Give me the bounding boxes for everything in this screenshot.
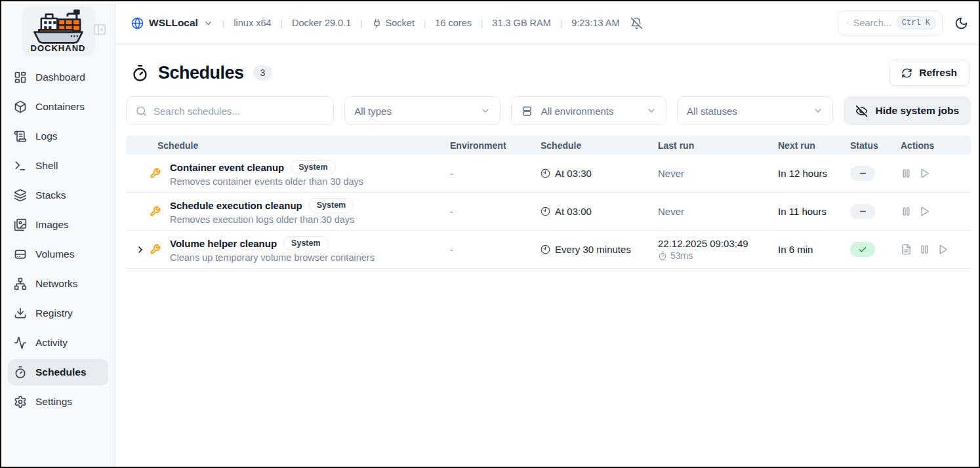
sidebar-item-images[interactable]: Images — [8, 212, 108, 238]
filter-bar: Search schedules... All types All enviro… — [126, 95, 971, 136]
search-shortcut-badge: Ctrl K — [897, 16, 935, 29]
page-header: Schedules 3 Refresh — [126, 54, 971, 95]
dark-mode-toggle[interactable] — [954, 16, 968, 30]
gear-icon — [14, 395, 27, 408]
search-icon — [136, 106, 147, 117]
header-actions: Actions — [901, 140, 971, 151]
sidebar-item-containers[interactable]: Containers — [8, 94, 108, 120]
next-run-cell: In 6 min — [778, 244, 813, 255]
type-filter-select[interactable]: All types — [344, 96, 500, 125]
ram-label: 31.3 GB RAM — [492, 18, 550, 28]
expand-row-button[interactable] — [126, 244, 150, 255]
sidebar-item-settings[interactable]: Settings — [8, 389, 108, 415]
hide-system-jobs-button[interactable]: Hide system jobs — [844, 96, 971, 125]
app-window: DOCKHAND Dashboard Containers Logs Shell — [0, 0, 980, 468]
sidebar-nav: Dashboard Containers Logs Shell Stacks I… — [1, 64, 115, 415]
activity-icon — [14, 336, 27, 349]
separator: | — [222, 18, 224, 28]
pause-button[interactable] — [901, 168, 912, 179]
notifications-off-icon[interactable] — [630, 17, 643, 29]
environment-cell: - — [450, 168, 541, 179]
sidebar-item-dashboard[interactable]: Dashboard — [8, 64, 108, 90]
status-filter-value: All statuses — [687, 106, 737, 117]
schedule-name[interactable]: Volume helper cleanup — [170, 238, 277, 249]
view-logs-button[interactable] — [901, 244, 912, 255]
global-search-placeholder: Search... — [853, 18, 891, 28]
cube-icon — [14, 100, 27, 113]
sidebar-item-label: Logs — [35, 130, 58, 142]
topbar: WSLLocal | linux x64 | Docker 29.0.1 | S… — [115, 1, 979, 45]
docker-version-label: Docker 29.0.1 — [292, 18, 351, 28]
schedule-search-input[interactable]: Search schedules... — [126, 96, 334, 125]
environment-cell: - — [450, 206, 541, 217]
schedule-cron: At 03:30 — [555, 168, 592, 179]
run-now-button[interactable] — [919, 168, 930, 179]
header-last-run: Last run — [658, 140, 778, 151]
wrench-icon — [150, 168, 161, 179]
chevron-down-icon — [203, 18, 213, 28]
sidebar-item-label: Networks — [35, 278, 78, 290]
sidebar-item-shell[interactable]: Shell — [8, 153, 108, 179]
main-content: Schedules 3 Refresh Search schedules... … — [115, 45, 979, 467]
chevron-down-icon — [646, 106, 657, 116]
chevron-down-icon — [813, 106, 823, 116]
schedule-name[interactable]: Schedule execution cleanup — [170, 200, 302, 211]
clock-time: 9:23:13 AM — [571, 18, 619, 28]
connection-type: Socket — [372, 18, 415, 28]
refresh-button[interactable]: Refresh — [889, 60, 970, 86]
refresh-icon — [901, 68, 912, 79]
sidebar-item-logs[interactable]: Logs — [8, 123, 108, 149]
environment-selector[interactable]: WSLLocal — [131, 17, 213, 29]
table-row: Container event cleanup System Removes c… — [126, 155, 971, 193]
chevron-right-icon — [135, 244, 146, 255]
sidebar-item-volumes[interactable]: Volumes — [8, 241, 108, 267]
pause-button[interactable] — [901, 206, 912, 217]
table-row: Volume helper cleanup System Cleans up t… — [126, 231, 971, 269]
schedule-cron: Every 30 minutes — [555, 244, 631, 255]
scroll-icon — [14, 130, 27, 143]
sidebar-collapse-icon[interactable] — [92, 22, 107, 37]
schedules-table: Schedule Environment Schedule Last run N… — [126, 136, 971, 269]
chevron-down-icon — [480, 106, 491, 116]
moon-icon — [954, 16, 968, 30]
schedules-count-badge: 3 — [253, 65, 273, 81]
status-badge-none — [850, 166, 875, 181]
global-search[interactable]: Search... Ctrl K — [838, 10, 943, 35]
environment-filter-value: All environments — [541, 106, 614, 117]
schedule-description: Removes execution logs older than 30 day… — [170, 214, 354, 225]
page-title: Schedules — [158, 63, 244, 83]
search-icon — [846, 18, 848, 28]
schedule-name[interactable]: Container event cleanup — [170, 162, 284, 173]
terminal-icon — [14, 159, 27, 172]
status-filter-select[interactable]: All statuses — [677, 96, 832, 125]
table-row: Schedule execution cleanup System Remove… — [126, 193, 971, 231]
app-logo: DOCKHAND — [22, 7, 95, 56]
sidebar-item-schedules[interactable]: Schedules — [8, 359, 108, 385]
schedule-description: Removes container events older than 30 d… — [170, 176, 363, 187]
sidebar-item-label: Registry — [35, 307, 73, 319]
schedule-description: Cleans up temporary volume browser conta… — [170, 252, 375, 263]
ship-logo-icon — [30, 9, 87, 45]
environment-name: WSLLocal — [149, 17, 198, 29]
sidebar-item-stacks[interactable]: Stacks — [8, 182, 108, 208]
sidebar-item-registry[interactable]: Registry — [8, 300, 108, 326]
sidebar-item-label: Stacks — [35, 189, 66, 201]
clock-icon — [541, 168, 550, 178]
last-run-cell: 22.12.2025 09:03:49 — [658, 238, 778, 249]
clock-icon — [541, 244, 550, 254]
images-icon — [14, 218, 27, 231]
run-now-button[interactable] — [937, 244, 949, 255]
clock-icon — [541, 206, 550, 216]
hard-drive-icon — [14, 248, 27, 261]
status-badge-success — [850, 242, 875, 257]
system-badge: System — [283, 236, 328, 250]
sidebar-item-networks[interactable]: Networks — [8, 271, 108, 297]
run-now-button[interactable] — [919, 206, 930, 217]
sidebar-item-activity[interactable]: Activity — [8, 330, 108, 356]
header-schedule-name: Schedule — [126, 140, 450, 151]
pause-button[interactable] — [919, 244, 930, 255]
last-run-duration: 53ms — [658, 250, 778, 261]
plug-icon — [372, 18, 382, 28]
environment-filter-select[interactable]: All environments — [511, 96, 666, 125]
app-name: DOCKHAND — [24, 43, 92, 55]
